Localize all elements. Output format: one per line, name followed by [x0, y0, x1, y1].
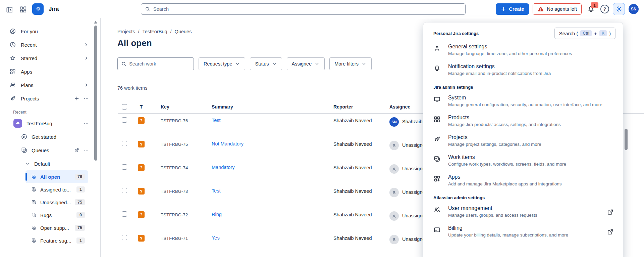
queue-item-label: Assigned to... [40, 187, 71, 192]
menu-item-title: Work items [448, 154, 566, 160]
sidebar-item-starred[interactable]: Starred [0, 51, 100, 65]
settings-panel-header: Personal Jira settings Search ( Ctrl + K… [423, 27, 623, 40]
work-item-summary-link[interactable]: Mandatory [212, 165, 235, 170]
global-search-input[interactable] [153, 6, 462, 12]
queue-icon [31, 225, 37, 230]
app-switcher-button[interactable] [17, 3, 28, 15]
reporter-name: Shahzaib Naveed [333, 188, 372, 194]
work-item-summary-link[interactable]: Yes [212, 235, 220, 241]
open-in-new-icon[interactable] [74, 147, 79, 153]
settings-search-button[interactable]: Search ( Ctrl + K ) [554, 28, 615, 39]
queue-item-assigned-to-me[interactable]: Assigned to... 1 [25, 183, 88, 196]
menu-item-projects[interactable]: Projects Manage project settings, catego… [423, 131, 623, 151]
queue-item-label: All open [40, 174, 60, 180]
queue-count-badge: 1 [76, 186, 85, 192]
unassigned-avatar [389, 235, 399, 244]
app-switcher-icon [19, 6, 26, 12]
sidebar-item-recent[interactable]: Recent [0, 38, 100, 51]
menu-item-billing[interactable]: Billing Update your billing details, man… [423, 221, 623, 241]
create-button-label: Create [509, 6, 524, 12]
menu-item-notification-settings[interactable]: Notification settings Manage email and i… [423, 60, 623, 80]
settings-button[interactable] [613, 3, 625, 15]
status-filter[interactable]: Status [250, 57, 282, 70]
breadcrumb-projects[interactable]: Projects [117, 29, 135, 34]
queue-icon [21, 147, 28, 154]
sidebar-item-for-you[interactable]: For you [0, 25, 100, 38]
jira-app: Jira Create No agents left 1 ? SN [0, 0, 644, 257]
queue-item-open-support[interactable]: Open supp... 75 [25, 221, 88, 234]
breadcrumb-queues[interactable]: Queues [175, 29, 192, 34]
more-options-icon[interactable] [84, 96, 89, 101]
app-name: Jira [49, 6, 59, 12]
queue-item-feature-suggestions[interactable]: Feature sug... 1 [25, 234, 88, 247]
column-header-reporter[interactable]: Reporter [324, 104, 380, 110]
selected-indicator [25, 173, 27, 181]
more-filters-button[interactable]: More filters [329, 57, 372, 70]
bell-icon [433, 65, 441, 72]
menu-item-title: General settings [448, 44, 572, 50]
row-checkbox[interactable] [122, 188, 127, 193]
column-header-key[interactable]: Key [151, 104, 202, 110]
sidebar-item-get-started[interactable]: Get started [0, 130, 100, 143]
notifications-button[interactable]: 1 [585, 3, 597, 15]
global-search[interactable] [141, 3, 466, 15]
menu-item-work-items[interactable]: Work items Configure work types, workflo… [423, 151, 623, 170]
menu-item-system[interactable]: System Manage general configuration, sec… [423, 91, 623, 111]
menu-item-products[interactable]: Products Manage Jira products' access, s… [423, 111, 623, 131]
assignee-filter[interactable]: Assignee [287, 57, 325, 70]
sidebar-item-label: Starred [21, 55, 37, 61]
sidebar-item-apps[interactable]: Apps [0, 65, 100, 78]
create-button[interactable]: Create [496, 3, 529, 15]
row-checkbox[interactable] [122, 235, 127, 240]
menu-item-general-settings[interactable]: General settings Manage language, time z… [423, 40, 623, 60]
queue-group-default[interactable]: Default [0, 157, 100, 170]
page-scrollbar[interactable] [625, 129, 628, 150]
work-item-summary-link[interactable]: Test [212, 188, 221, 194]
work-search-input[interactable] [129, 61, 190, 67]
work-item-key: TSTFRBG-71 [151, 235, 202, 241]
layers-icon [9, 82, 16, 88]
reporter-name: Shahzaib Naveed [333, 118, 372, 123]
column-header-summary[interactable]: Summary [202, 104, 324, 110]
menu-item-description: Update your billing details, manage subs… [448, 232, 568, 238]
user-avatar[interactable]: SN [629, 4, 639, 14]
apps-icon [9, 68, 16, 75]
request-type-filter[interactable]: Request type [199, 57, 245, 70]
sidebar-item-queues[interactable]: Queues [0, 143, 100, 157]
notification-count-badge: 1 [591, 2, 598, 8]
question-type-icon: ? [138, 141, 145, 147]
row-checkbox[interactable] [122, 211, 127, 217]
rocket-icon [433, 135, 441, 143]
row-checkbox[interactable] [122, 141, 127, 146]
add-project-icon[interactable] [74, 96, 79, 101]
jira-logo[interactable] [32, 3, 44, 15]
sidebar-scrollbar[interactable] [94, 26, 97, 161]
work-item-summary-link[interactable]: Not Mandatory [212, 141, 244, 146]
no-agents-left-button[interactable]: No agents left [533, 3, 582, 15]
column-header-type[interactable]: T [131, 104, 151, 110]
sidebar-scroll-up-arrow[interactable] [94, 21, 97, 24]
menu-item-user-management[interactable]: User management Manage users, groups, an… [423, 202, 623, 221]
more-options-icon[interactable] [84, 147, 89, 153]
row-checkbox[interactable] [122, 117, 127, 123]
menu-item-apps[interactable]: Apps Add and manage Jira Marketplace app… [423, 170, 623, 190]
queue-item-unassigned[interactable]: Unassigned... 75 [25, 196, 88, 209]
work-search[interactable] [117, 57, 194, 70]
panel-collapse-icon [6, 6, 12, 12]
more-options-icon[interactable] [84, 121, 89, 126]
select-all-checkbox[interactable] [122, 104, 127, 110]
help-button[interactable]: ? [600, 5, 609, 13]
sidebar-item-projects[interactable]: Projects [0, 92, 100, 105]
queue-item-bugs[interactable]: Bugs 0 [25, 209, 88, 221]
queue-icon [31, 200, 37, 205]
warning-icon [537, 6, 544, 12]
sidebar-item-plans[interactable]: Plans [0, 78, 100, 92]
work-item-summary-link[interactable]: Ring [212, 212, 222, 217]
queue-item-all-open[interactable]: All open 76 [25, 170, 88, 183]
collapse-sidebar-button[interactable] [3, 3, 15, 15]
row-checkbox[interactable] [122, 164, 127, 170]
sidebar-project-testforbug[interactable]: TestForBug [0, 117, 100, 130]
breadcrumb-testforbug[interactable]: TestForBug [142, 29, 167, 34]
work-item-summary-link[interactable]: Test [212, 118, 221, 123]
sidebar: For you Recent Starred Apps Plans Projec… [0, 18, 101, 257]
